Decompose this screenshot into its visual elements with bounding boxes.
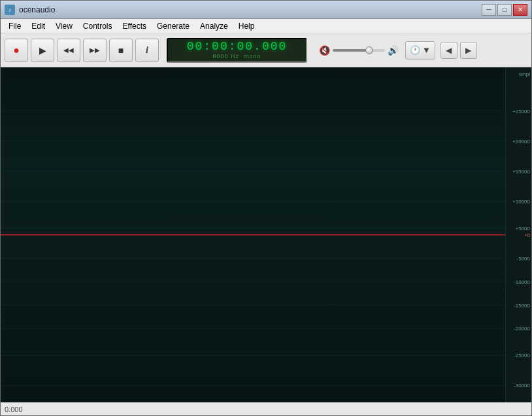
window-title: ocenaudio xyxy=(19,5,482,14)
nav-forward-button[interactable]: ▶ xyxy=(460,42,477,59)
ruler-label-neg15000: -15000 xyxy=(514,302,530,308)
menu-help[interactable]: Help xyxy=(233,20,260,32)
waveform-canvas[interactable] xyxy=(1,67,505,402)
ruler-label-neg20000: -20000 xyxy=(514,326,530,332)
volume-slider[interactable] xyxy=(333,49,385,52)
stop-button[interactable]: ■ xyxy=(109,39,133,62)
transport-display: 00:00:00.000 8000 Hz mono xyxy=(167,38,307,63)
fast-forward-button[interactable]: ▶▶ xyxy=(83,39,107,62)
ruler-label-10000: +10000 xyxy=(512,198,530,204)
clock-dropdown-icon: ▼ xyxy=(422,45,431,55)
ruler-label-smpl: smpl xyxy=(519,71,530,77)
ruler-label-5000: +5000 xyxy=(516,225,530,231)
toolbar: ● ▶ ◀◀ ▶▶ ■ i 00:00:00.000 8000 Hz mono xyxy=(1,33,531,67)
close-button[interactable]: ✕ xyxy=(513,4,527,16)
ruler-label-15000: +15000 xyxy=(512,168,530,174)
sample-info: 8000 Hz mono xyxy=(212,53,261,60)
y-axis-ruler: smpl +25000 +20000 +15000 +10000 +5000 +… xyxy=(505,67,531,402)
volume-speaker-icon: 🔊 xyxy=(388,45,399,56)
ruler-label-neg10000: -10000 xyxy=(514,279,530,285)
record-button[interactable]: ● xyxy=(5,39,28,62)
menu-bar: File Edit View Controls Effects Generate… xyxy=(1,19,531,33)
menu-file[interactable]: File xyxy=(3,20,26,32)
maximize-button[interactable]: □ xyxy=(497,4,512,16)
ruler-label-20000: +20000 xyxy=(512,138,530,144)
menu-edit[interactable]: Edit xyxy=(26,20,50,32)
volume-thumb[interactable] xyxy=(365,46,373,54)
menu-generate[interactable]: Generate xyxy=(152,20,195,32)
menu-view[interactable]: View xyxy=(50,20,78,32)
minimize-button[interactable]: ─ xyxy=(482,4,496,16)
menu-analyze[interactable]: Analyze xyxy=(195,20,233,32)
status-bar: 0.000 xyxy=(1,402,531,415)
info-button[interactable]: i xyxy=(135,39,159,62)
ruler-label-neg5000: -5000 xyxy=(517,255,530,261)
grid-lines xyxy=(1,67,505,402)
ruler-label-neg30000: -30000 xyxy=(514,383,530,389)
rewind-button[interactable]: ◀◀ xyxy=(57,39,80,62)
ruler-label-25000: +25000 xyxy=(512,108,530,114)
ruler-label-neg25000: -25000 xyxy=(514,353,530,358)
time-display: 00:00:00.000 xyxy=(187,41,288,54)
main-window: ♪ ocenaudio ─ □ ✕ File Edit View Control… xyxy=(0,0,532,416)
menu-effects[interactable]: Effects xyxy=(118,20,152,32)
window-controls: ─ □ ✕ xyxy=(482,4,527,16)
nav-back-button[interactable]: ◀ xyxy=(441,42,457,59)
play-button[interactable]: ▶ xyxy=(31,39,54,62)
menu-controls[interactable]: Controls xyxy=(78,20,118,32)
volume-control: 🔇 🔊 xyxy=(319,45,399,56)
ruler-label-0: +0 xyxy=(524,232,530,238)
status-position: 0.000 xyxy=(5,406,23,413)
app-icon: ♪ xyxy=(5,5,15,15)
main-area: smpl +25000 +20000 +15000 +10000 +5000 +… xyxy=(1,67,531,402)
volume-mute-icon[interactable]: 🔇 xyxy=(319,45,330,56)
clock-icon: 🕐 xyxy=(410,45,420,55)
clock-button[interactable]: 🕐 ▼ xyxy=(405,41,435,60)
title-bar: ♪ ocenaudio ─ □ ✕ xyxy=(1,1,531,19)
